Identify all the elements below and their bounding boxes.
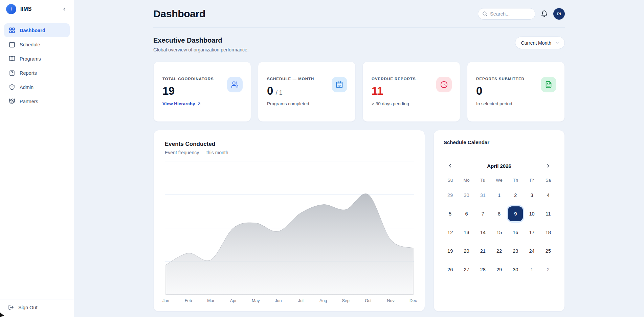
calendar-day[interactable]: 1 — [525, 262, 539, 277]
calendar-day[interactable]: 17 — [525, 225, 539, 240]
calendar-day[interactable]: 13 — [459, 225, 474, 240]
x-axis-label: Nov — [387, 298, 394, 303]
calendar-day[interactable]: 29 — [492, 262, 507, 277]
period-filter-dropdown[interactable]: Current Month — [515, 37, 565, 49]
x-axis-label: Jun — [275, 298, 282, 303]
calendar-day[interactable]: 4 — [541, 188, 556, 203]
stat-label: REPORTS SUBMITTED — [476, 77, 525, 81]
x-axis-label: Jul — [298, 298, 304, 303]
calendar-title: Schedule Calendar — [442, 139, 556, 145]
calendar-day[interactable]: 23 — [508, 244, 523, 258]
calendar-next-button[interactable] — [544, 162, 552, 170]
calendar-icon — [9, 41, 15, 48]
chevron-left-icon — [62, 6, 67, 12]
events-area-chart — [165, 161, 414, 295]
stat-value-suffix: / 1 — [276, 89, 283, 96]
search-input[interactable] — [490, 11, 531, 17]
calendar-day[interactable]: 30 — [508, 262, 523, 277]
calendar-day[interactable]: 12 — [443, 225, 458, 240]
stat-value: 0 — [476, 85, 482, 96]
calendar-day[interactable]: 18 — [541, 225, 556, 240]
stat-value: 19 — [162, 85, 175, 96]
stat-label: SCHEDULE — MONTH — [267, 77, 314, 81]
calendar-day-selected[interactable]: 9 — [508, 206, 523, 221]
sidebar-item-admin[interactable]: Admin — [4, 80, 70, 94]
weekday-label: We — [491, 178, 507, 183]
stat-label: TOTAL COORDINATORS — [162, 77, 214, 81]
x-axis-label: Mar — [207, 298, 215, 303]
calendar-day[interactable]: 6 — [459, 206, 474, 221]
calendar-day[interactable]: 30 — [459, 188, 474, 203]
calendar-day[interactable]: 1 — [492, 188, 507, 203]
chevron-left-icon — [447, 163, 453, 168]
sidebar-item-partners[interactable]: Partners — [4, 94, 70, 108]
sidebar-nav: Dashboard Schedule Programs Reports Admi… — [0, 18, 74, 109]
calendar-day[interactable]: 5 — [443, 206, 458, 221]
stat-subtext: > 30 days pending — [372, 101, 416, 106]
stat-value: 11 — [372, 85, 383, 96]
x-axis-label: Aug — [319, 298, 327, 303]
calendar-day[interactable]: 19 — [443, 244, 458, 258]
sidebar-item-label: Partners — [20, 99, 38, 104]
x-axis-label: Oct — [365, 298, 371, 303]
sidebar: I IIMS Dashboard Schedule Programs Repor… — [0, 0, 74, 317]
sign-out-button[interactable]: Sign Out — [0, 299, 74, 317]
calendar-day[interactable]: 3 — [525, 188, 539, 203]
page-title: Dashboard — [153, 8, 205, 20]
calendar-day[interactable]: 20 — [459, 244, 474, 258]
x-axis-label: Sep — [342, 298, 350, 303]
calendar-day[interactable]: 24 — [525, 244, 539, 258]
stat-card-schedule-month: SCHEDULE — MONTH 0 / 1 Programs complete… — [258, 62, 356, 122]
x-axis-label: May — [252, 298, 260, 303]
weekday-label: Su — [442, 178, 458, 183]
calendar-day[interactable]: 8 — [492, 206, 507, 221]
chart-subtitle: Event frequency — this month — [165, 150, 414, 155]
calendar-day[interactable]: 28 — [475, 262, 490, 277]
stat-card-overdue-reports: OVERDUE REPORTS 11 > 30 days pending — [362, 62, 460, 122]
chart-x-axis: JanFebMarAprMayJunJulAugSepOctNovDec — [165, 298, 414, 305]
sidebar-item-schedule[interactable]: Schedule — [4, 38, 70, 51]
calendar-month-label: April 2026 — [487, 163, 511, 169]
calendar-day[interactable]: 16 — [508, 225, 523, 240]
calendar-day[interactable]: 21 — [475, 244, 490, 258]
x-axis-label: Feb — [185, 298, 192, 303]
calendar-day[interactable]: 26 — [443, 262, 458, 277]
calendar-day[interactable]: 25 — [541, 244, 556, 258]
calendar-day[interactable]: 15 — [492, 225, 507, 240]
sidebar-item-label: Dashboard — [20, 28, 45, 33]
calendar-day[interactable]: 7 — [475, 206, 490, 221]
sidebar-item-label: Reports — [20, 70, 37, 76]
main-content: Dashboard PI Executive Dashboard Global … — [74, 0, 644, 317]
chart-title: Events Conducted — [165, 141, 414, 148]
sidebar-collapse-button[interactable] — [61, 6, 68, 13]
sidebar-item-dashboard[interactable]: Dashboard — [4, 23, 70, 37]
sidebar-item-label: Admin — [20, 85, 34, 90]
x-axis-label: Dec — [409, 298, 417, 303]
calendar-grid: 2930311234567891011121314151617181920212… — [442, 188, 556, 277]
view-hierarchy-link[interactable]: View Hierarchy — [162, 101, 214, 106]
search-box[interactable] — [478, 8, 535, 20]
file-text-icon — [541, 77, 556, 92]
calendar-prev-button[interactable] — [446, 162, 454, 170]
handshake-icon — [9, 98, 15, 105]
notifications-button[interactable] — [540, 9, 549, 18]
calendar-day[interactable]: 22 — [492, 244, 507, 258]
avatar[interactable]: PI — [553, 8, 565, 20]
book-open-icon — [9, 55, 15, 62]
calendar-day[interactable]: 2 — [541, 262, 556, 277]
chevron-down-icon — [555, 40, 560, 45]
calendar-check-icon — [332, 77, 347, 92]
period-filter-value: Current Month — [521, 40, 551, 46]
calendar-day[interactable]: 2 — [508, 188, 523, 203]
stat-card-total-coordinators: TOTAL COORDINATORS 19 View Hierarchy — [153, 62, 251, 122]
sidebar-header: I IIMS — [0, 0, 74, 18]
calendar-day[interactable]: 11 — [541, 206, 556, 221]
calendar-day[interactable]: 29 — [443, 188, 458, 203]
chevron-right-icon — [546, 163, 551, 168]
sidebar-item-programs[interactable]: Programs — [4, 52, 70, 66]
sidebar-item-reports[interactable]: Reports — [4, 66, 70, 80]
calendar-day[interactable]: 10 — [525, 206, 539, 221]
calendar-day[interactable]: 14 — [475, 225, 490, 240]
calendar-day[interactable]: 31 — [475, 188, 490, 203]
calendar-day[interactable]: 27 — [459, 262, 474, 277]
